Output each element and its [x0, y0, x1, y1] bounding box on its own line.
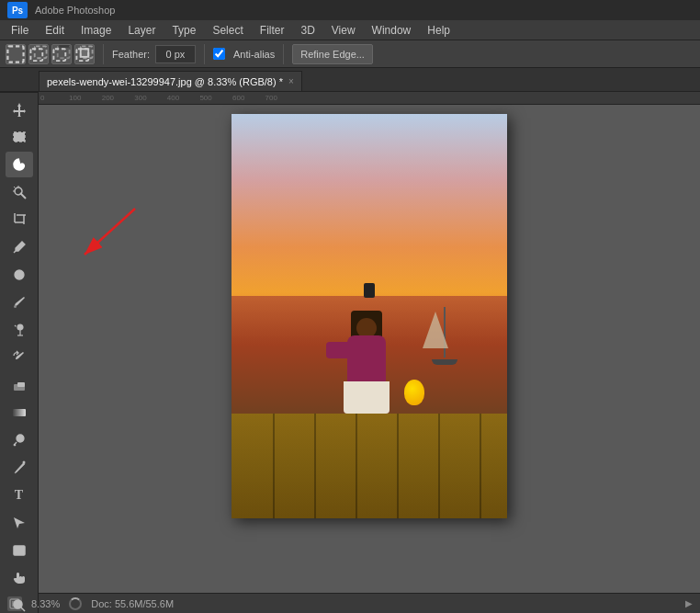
menu-bar: File Edit Image Layer Type Select Filter… [0, 20, 700, 40]
anti-alias-checkbox[interactable] [213, 48, 225, 60]
svg-rect-31 [13, 409, 26, 416]
tab-close-btn[interactable]: × [288, 76, 294, 86]
healing-brush-tool[interactable] [6, 262, 33, 288]
canvas-content[interactable] [39, 105, 700, 593]
magic-wand-tool[interactable] [6, 179, 33, 205]
menu-help[interactable]: Help [420, 22, 457, 39]
menu-3d[interactable]: 3D [293, 22, 322, 39]
menu-image[interactable]: Image [73, 22, 119, 39]
app-title: Adobe Photoshop [35, 5, 115, 16]
scroll-right-arrow[interactable]: ▶ [685, 598, 693, 608]
horizontal-ruler: 0 100 200 300 400 500 600 700 [39, 92, 700, 105]
svg-point-25 [17, 324, 23, 330]
person-silhouette [339, 294, 394, 414]
svg-line-15 [14, 187, 16, 188]
eyedropper-tool[interactable] [6, 234, 33, 260]
tab-filename: pexels-wendy-wei-13299947.jpg @ 8.33% (R… [47, 76, 283, 87]
svg-point-24 [14, 305, 17, 308]
svg-line-20 [14, 251, 16, 253]
menu-layer[interactable]: Layer [120, 22, 163, 39]
refine-edge-button[interactable]: Refine Edge... [292, 44, 373, 64]
svg-point-32 [17, 435, 24, 442]
history-brush-tool[interactable] [6, 345, 33, 370]
zoom-tool[interactable] [6, 593, 33, 613]
zoom-level: 8.33% [31, 598, 60, 609]
workspace: T [0, 92, 700, 593]
title-bar: Ps Adobe Photoshop [0, 0, 700, 20]
menu-window[interactable]: Window [365, 22, 419, 39]
options-separator-2 [204, 44, 205, 64]
options-separator-3 [283, 44, 284, 64]
canvas-area: 0 100 200 300 400 500 600 700 [39, 92, 700, 593]
options-bar: Feather: Anti-alias Refine Edge... [0, 40, 700, 68]
buoy [404, 380, 424, 405]
document-tab[interactable]: pexels-wendy-wei-13299947.jpg @ 8.33% (R… [39, 71, 302, 91]
pen-tool[interactable] [6, 455, 33, 481]
eraser-tool[interactable] [6, 372, 33, 398]
sailboat-hull [432, 359, 457, 365]
svg-rect-4 [58, 46, 70, 58]
gradient-tool[interactable] [6, 400, 33, 426]
svg-line-38 [21, 607, 25, 611]
lasso-tool[interactable] [6, 152, 33, 177]
svg-line-28 [15, 325, 17, 327]
brush-tool[interactable] [6, 289, 33, 315]
red-arrow-indicator [66, 204, 140, 280]
options-separator-1 [103, 44, 104, 64]
hand-tool[interactable] [6, 565, 33, 591]
crop-tool[interactable] [6, 207, 33, 233]
svg-rect-0 [7, 46, 23, 62]
menu-view[interactable]: View [324, 22, 363, 39]
dodge-tool[interactable] [6, 427, 33, 453]
add-selection-btn[interactable] [28, 44, 49, 64]
subtract-selection-btn[interactable] [51, 44, 72, 64]
svg-rect-2 [35, 46, 47, 58]
person-skirt [344, 381, 390, 414]
svg-rect-8 [81, 49, 89, 57]
selection-mode-group [6, 44, 95, 64]
svg-rect-10 [14, 132, 25, 142]
tab-bar: pexels-wendy-wei-13299947.jpg @ 8.33% (R… [0, 68, 700, 92]
clone-stamp-tool[interactable] [6, 317, 33, 343]
intersect-selection-btn[interactable] [74, 44, 95, 64]
feather-label: Feather: [112, 49, 150, 60]
doc-size-info: Doc: 55.6M/55.6M [91, 598, 174, 609]
path-selection-tool[interactable] [6, 510, 33, 536]
ps-logo: Ps [7, 2, 28, 18]
svg-rect-36 [14, 546, 25, 555]
menu-edit[interactable]: Edit [38, 22, 72, 39]
rectangular-marquee-tool[interactable] [6, 124, 33, 150]
status-bar: 8.33% Doc: 55.6M/55.6M ▶ [0, 593, 700, 613]
menu-file[interactable]: File [4, 22, 36, 39]
text-tool[interactable]: T [6, 482, 33, 508]
menu-select[interactable]: Select [205, 22, 250, 39]
dock [231, 414, 507, 518]
feather-input[interactable] [155, 45, 196, 63]
move-tool[interactable] [6, 96, 33, 122]
svg-marker-9 [13, 103, 26, 117]
sailboat [432, 307, 457, 365]
svg-rect-30 [17, 382, 25, 387]
status-progress-indicator [69, 597, 82, 610]
left-side: T [0, 92, 39, 593]
photo-canvas [231, 114, 507, 518]
sailboat-sail [423, 312, 448, 348]
svg-point-12 [15, 187, 22, 195]
menu-type[interactable]: Type [164, 22, 203, 39]
svg-point-35 [22, 461, 25, 464]
new-selection-btn[interactable] [6, 44, 26, 64]
svg-line-42 [85, 209, 135, 255]
toolbar: T [0, 93, 39, 613]
menu-filter[interactable]: Filter [253, 22, 292, 39]
rectangle-shape-tool[interactable] [6, 538, 33, 563]
anti-alias-label: Anti-alias [233, 49, 275, 60]
person-phone [364, 283, 375, 298]
